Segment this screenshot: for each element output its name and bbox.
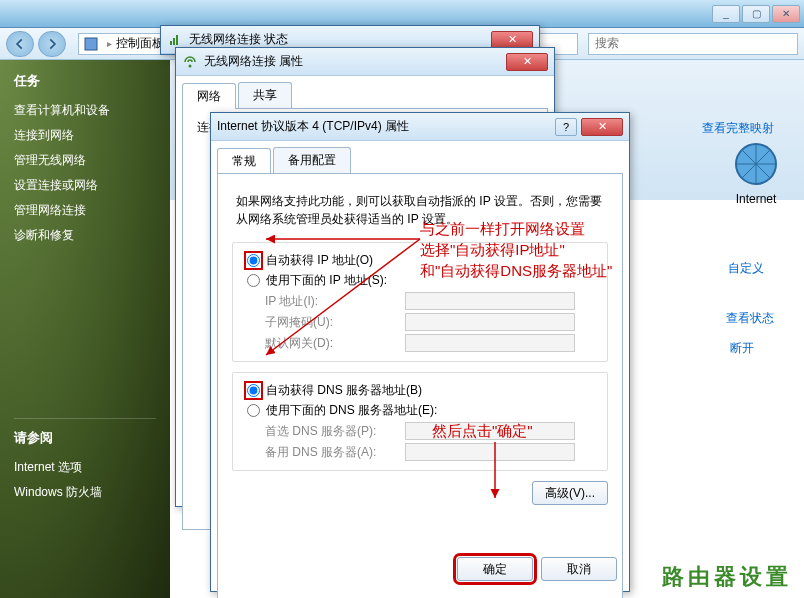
control-panel-icon [83, 36, 99, 52]
close-button[interactable]: ✕ [772, 5, 800, 23]
radio-manual-dns[interactable] [247, 404, 260, 417]
subnet-mask-input [405, 313, 575, 331]
minimize-button[interactable]: _ [712, 5, 740, 23]
window-titlebar: _ ▢ ✕ [0, 0, 804, 28]
sidebar-item[interactable]: 管理无线网络 [14, 148, 156, 173]
sidebar: 任务 查看计算机和设备 连接到网络 管理无线网络 设置连接或网络 管理网络连接 … [0, 60, 170, 598]
radio-auto-ip[interactable] [247, 254, 260, 267]
link-view-map[interactable]: 查看完整映射 [702, 120, 774, 137]
cancel-button[interactable]: 取消 [541, 557, 617, 581]
maximize-button[interactable]: ▢ [742, 5, 770, 23]
sidebar-item[interactable]: 诊断和修复 [14, 223, 156, 248]
network-label: Internet [732, 192, 780, 206]
link-disconnect[interactable]: 断开 [730, 340, 754, 357]
sidebar-header: 任务 [14, 72, 156, 90]
tcpip-description: 如果网络支持此功能，则可以获取自动指派的 IP 设置。否则，您需要从网络系统管理… [236, 192, 604, 228]
sidebar-item[interactable]: 查看计算机和设备 [14, 98, 156, 123]
watermark: 路由器设置 [662, 562, 792, 592]
ip-address-input [405, 292, 575, 310]
sidebar-footer-header: 请参阅 [14, 429, 156, 447]
dialog-title: 无线网络连接 属性 [204, 53, 303, 70]
ok-button[interactable]: 确定 [457, 557, 533, 581]
ip-address-label: IP 地址(I): [265, 293, 405, 310]
sidebar-item[interactable]: 设置连接或网络 [14, 173, 156, 198]
sidebar-footer-item[interactable]: Internet 选项 [14, 455, 156, 480]
wifi-icon [182, 54, 198, 70]
tab-alternate[interactable]: 备用配置 [273, 147, 351, 173]
radio-auto-ip-label: 自动获得 IP 地址(O) [266, 252, 373, 269]
gateway-input [405, 334, 575, 352]
tab-general[interactable]: 常规 [217, 148, 271, 174]
gateway-label: 默认网关(D): [265, 335, 405, 352]
globe-icon [732, 140, 780, 188]
radio-manual-dns-label: 使用下面的 DNS 服务器地址(E): [266, 402, 437, 419]
dialog-tcpip-properties: Internet 协议版本 4 (TCP/IPv4) 属性 ? ✕ 常规 备用配… [210, 112, 630, 592]
dns-secondary-label: 备用 DNS 服务器(A): [265, 444, 405, 461]
dialog-title: Internet 协议版本 4 (TCP/IPv4) 属性 [217, 118, 409, 135]
dialog-help-button[interactable]: ? [555, 118, 577, 136]
back-button[interactable] [6, 31, 34, 57]
wifi-icon [167, 32, 183, 48]
dns-primary-input [405, 422, 575, 440]
dialog-title: 无线网络连接 状态 [189, 31, 288, 48]
forward-button[interactable] [38, 31, 66, 57]
link-view-status[interactable]: 查看状态 [726, 310, 774, 327]
link-customize[interactable]: 自定义 [728, 260, 764, 277]
crumb-1[interactable]: 控制面板 [116, 35, 164, 52]
tab-network[interactable]: 网络 [182, 83, 236, 109]
radio-auto-dns[interactable] [247, 384, 260, 397]
radio-manual-ip[interactable] [247, 274, 260, 287]
radio-auto-dns-label: 自动获得 DNS 服务器地址(B) [266, 382, 422, 399]
sidebar-item[interactable]: 连接到网络 [14, 123, 156, 148]
tab-sharing[interactable]: 共享 [238, 82, 292, 108]
radio-manual-ip-label: 使用下面的 IP 地址(S): [266, 272, 387, 289]
network-icon-block: Internet [732, 140, 780, 206]
sidebar-footer-item[interactable]: Windows 防火墙 [14, 480, 156, 505]
search-input[interactable]: 搜索 [588, 33, 798, 55]
advanced-button[interactable]: 高级(V)... [532, 481, 608, 505]
svg-rect-0 [85, 38, 97, 50]
dialog-close-button[interactable]: ✕ [506, 53, 548, 71]
dialog-close-button[interactable]: ✕ [581, 118, 623, 136]
dns-secondary-input [405, 443, 575, 461]
subnet-mask-label: 子网掩码(U): [265, 314, 405, 331]
svg-point-2 [189, 64, 192, 67]
sidebar-item[interactable]: 管理网络连接 [14, 198, 156, 223]
dns-primary-label: 首选 DNS 服务器(P): [265, 423, 405, 440]
dialog-close-button[interactable]: ✕ [491, 31, 533, 49]
